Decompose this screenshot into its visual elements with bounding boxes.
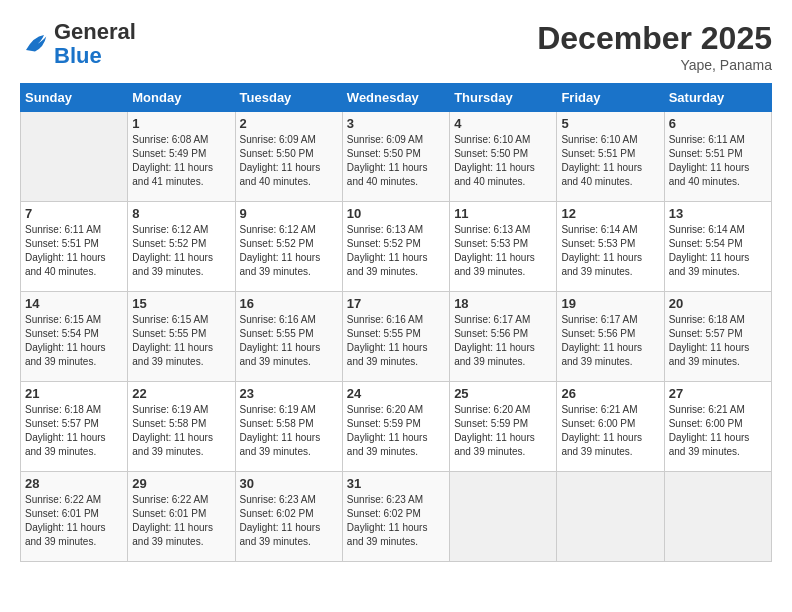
sunrise-label: Sunrise: 6:14 AM bbox=[561, 224, 637, 235]
daylight-label: Daylight: 11 hours and 40 minutes. bbox=[454, 162, 535, 187]
calendar-cell: 19Sunrise: 6:17 AMSunset: 5:56 PMDayligh… bbox=[557, 292, 664, 382]
day-number: 5 bbox=[561, 116, 659, 131]
daylight-label: Daylight: 11 hours and 40 minutes. bbox=[561, 162, 642, 187]
sunset-label: Sunset: 5:56 PM bbox=[454, 328, 528, 339]
calendar-cell: 16Sunrise: 6:16 AMSunset: 5:55 PMDayligh… bbox=[235, 292, 342, 382]
sunset-label: Sunset: 5:51 PM bbox=[25, 238, 99, 249]
sunset-label: Sunset: 6:02 PM bbox=[240, 508, 314, 519]
calendar-cell: 10Sunrise: 6:13 AMSunset: 5:52 PMDayligh… bbox=[342, 202, 449, 292]
calendar-cell: 1Sunrise: 6:08 AMSunset: 5:49 PMDaylight… bbox=[128, 112, 235, 202]
sunrise-label: Sunrise: 6:19 AM bbox=[240, 404, 316, 415]
calendar-cell: 21Sunrise: 6:18 AMSunset: 5:57 PMDayligh… bbox=[21, 382, 128, 472]
calendar-cell: 9Sunrise: 6:12 AMSunset: 5:52 PMDaylight… bbox=[235, 202, 342, 292]
sunrise-label: Sunrise: 6:13 AM bbox=[454, 224, 530, 235]
day-number: 24 bbox=[347, 386, 445, 401]
sunrise-label: Sunrise: 6:09 AM bbox=[240, 134, 316, 145]
calendar-cell: 27Sunrise: 6:21 AMSunset: 6:00 PMDayligh… bbox=[664, 382, 771, 472]
daylight-label: Daylight: 11 hours and 39 minutes. bbox=[240, 522, 321, 547]
calendar-body: 1Sunrise: 6:08 AMSunset: 5:49 PMDaylight… bbox=[21, 112, 772, 562]
sunrise-label: Sunrise: 6:11 AM bbox=[25, 224, 101, 235]
day-number: 10 bbox=[347, 206, 445, 221]
calendar-cell: 12Sunrise: 6:14 AMSunset: 5:53 PMDayligh… bbox=[557, 202, 664, 292]
day-info: Sunrise: 6:16 AMSunset: 5:55 PMDaylight:… bbox=[347, 313, 445, 369]
sunrise-label: Sunrise: 6:10 AM bbox=[454, 134, 530, 145]
day-info: Sunrise: 6:10 AMSunset: 5:51 PMDaylight:… bbox=[561, 133, 659, 189]
day-number: 23 bbox=[240, 386, 338, 401]
day-info: Sunrise: 6:11 AMSunset: 5:51 PMDaylight:… bbox=[669, 133, 767, 189]
day-number: 25 bbox=[454, 386, 552, 401]
calendar-cell: 2Sunrise: 6:09 AMSunset: 5:50 PMDaylight… bbox=[235, 112, 342, 202]
day-info: Sunrise: 6:23 AMSunset: 6:02 PMDaylight:… bbox=[347, 493, 445, 549]
sunset-label: Sunset: 5:52 PM bbox=[240, 238, 314, 249]
sunrise-label: Sunrise: 6:19 AM bbox=[132, 404, 208, 415]
daylight-label: Daylight: 11 hours and 39 minutes. bbox=[454, 342, 535, 367]
logo: General Blue bbox=[20, 20, 136, 68]
day-number: 11 bbox=[454, 206, 552, 221]
day-info: Sunrise: 6:19 AMSunset: 5:58 PMDaylight:… bbox=[240, 403, 338, 459]
day-number: 7 bbox=[25, 206, 123, 221]
calendar-cell: 30Sunrise: 6:23 AMSunset: 6:02 PMDayligh… bbox=[235, 472, 342, 562]
day-info: Sunrise: 6:17 AMSunset: 5:56 PMDaylight:… bbox=[561, 313, 659, 369]
sunrise-label: Sunrise: 6:09 AM bbox=[347, 134, 423, 145]
sunset-label: Sunset: 6:00 PM bbox=[669, 418, 743, 429]
day-number: 26 bbox=[561, 386, 659, 401]
sunset-label: Sunset: 5:57 PM bbox=[669, 328, 743, 339]
sunset-label: Sunset: 5:54 PM bbox=[669, 238, 743, 249]
sunset-label: Sunset: 5:53 PM bbox=[561, 238, 635, 249]
sunset-label: Sunset: 5:50 PM bbox=[240, 148, 314, 159]
day-info: Sunrise: 6:16 AMSunset: 5:55 PMDaylight:… bbox=[240, 313, 338, 369]
daylight-label: Daylight: 11 hours and 39 minutes. bbox=[25, 342, 106, 367]
day-of-week-monday: Monday bbox=[128, 84, 235, 112]
calendar-cell: 23Sunrise: 6:19 AMSunset: 5:58 PMDayligh… bbox=[235, 382, 342, 472]
day-info: Sunrise: 6:22 AMSunset: 6:01 PMDaylight:… bbox=[25, 493, 123, 549]
day-number: 17 bbox=[347, 296, 445, 311]
day-number: 21 bbox=[25, 386, 123, 401]
calendar-cell: 4Sunrise: 6:10 AMSunset: 5:50 PMDaylight… bbox=[450, 112, 557, 202]
daylight-label: Daylight: 11 hours and 40 minutes. bbox=[669, 162, 750, 187]
day-number: 13 bbox=[669, 206, 767, 221]
calendar-cell: 6Sunrise: 6:11 AMSunset: 5:51 PMDaylight… bbox=[664, 112, 771, 202]
sunset-label: Sunset: 5:52 PM bbox=[132, 238, 206, 249]
sunset-label: Sunset: 5:55 PM bbox=[347, 328, 421, 339]
daylight-label: Daylight: 11 hours and 39 minutes. bbox=[561, 252, 642, 277]
calendar-cell bbox=[557, 472, 664, 562]
day-info: Sunrise: 6:11 AMSunset: 5:51 PMDaylight:… bbox=[25, 223, 123, 279]
sunrise-label: Sunrise: 6:12 AM bbox=[240, 224, 316, 235]
day-of-week-saturday: Saturday bbox=[664, 84, 771, 112]
calendar-cell: 24Sunrise: 6:20 AMSunset: 5:59 PMDayligh… bbox=[342, 382, 449, 472]
sunrise-label: Sunrise: 6:17 AM bbox=[454, 314, 530, 325]
calendar-cell: 7Sunrise: 6:11 AMSunset: 5:51 PMDaylight… bbox=[21, 202, 128, 292]
sunrise-label: Sunrise: 6:10 AM bbox=[561, 134, 637, 145]
calendar-table: SundayMondayTuesdayWednesdayThursdayFrid… bbox=[20, 83, 772, 562]
daylight-label: Daylight: 11 hours and 39 minutes. bbox=[132, 252, 213, 277]
day-info: Sunrise: 6:18 AMSunset: 5:57 PMDaylight:… bbox=[25, 403, 123, 459]
daylight-label: Daylight: 11 hours and 39 minutes. bbox=[454, 432, 535, 457]
day-of-week-friday: Friday bbox=[557, 84, 664, 112]
sunset-label: Sunset: 5:59 PM bbox=[454, 418, 528, 429]
sunrise-label: Sunrise: 6:20 AM bbox=[454, 404, 530, 415]
day-info: Sunrise: 6:08 AMSunset: 5:49 PMDaylight:… bbox=[132, 133, 230, 189]
sunset-label: Sunset: 5:57 PM bbox=[25, 418, 99, 429]
day-number: 4 bbox=[454, 116, 552, 131]
sunrise-label: Sunrise: 6:08 AM bbox=[132, 134, 208, 145]
sunset-label: Sunset: 5:54 PM bbox=[25, 328, 99, 339]
location: Yape, Panama bbox=[537, 57, 772, 73]
sunrise-label: Sunrise: 6:22 AM bbox=[132, 494, 208, 505]
day-number: 27 bbox=[669, 386, 767, 401]
daylight-label: Daylight: 11 hours and 39 minutes. bbox=[347, 432, 428, 457]
sunrise-label: Sunrise: 6:20 AM bbox=[347, 404, 423, 415]
sunrise-label: Sunrise: 6:18 AM bbox=[669, 314, 745, 325]
calendar-cell: 25Sunrise: 6:20 AMSunset: 5:59 PMDayligh… bbox=[450, 382, 557, 472]
day-info: Sunrise: 6:13 AMSunset: 5:52 PMDaylight:… bbox=[347, 223, 445, 279]
calendar-cell bbox=[450, 472, 557, 562]
sunrise-label: Sunrise: 6:23 AM bbox=[240, 494, 316, 505]
calendar-cell: 20Sunrise: 6:18 AMSunset: 5:57 PMDayligh… bbox=[664, 292, 771, 382]
day-info: Sunrise: 6:20 AMSunset: 5:59 PMDaylight:… bbox=[454, 403, 552, 459]
sunset-label: Sunset: 6:01 PM bbox=[25, 508, 99, 519]
calendar-cell: 8Sunrise: 6:12 AMSunset: 5:52 PMDaylight… bbox=[128, 202, 235, 292]
calendar-cell: 11Sunrise: 6:13 AMSunset: 5:53 PMDayligh… bbox=[450, 202, 557, 292]
sunset-label: Sunset: 6:00 PM bbox=[561, 418, 635, 429]
day-info: Sunrise: 6:18 AMSunset: 5:57 PMDaylight:… bbox=[669, 313, 767, 369]
day-number: 28 bbox=[25, 476, 123, 491]
day-number: 12 bbox=[561, 206, 659, 221]
